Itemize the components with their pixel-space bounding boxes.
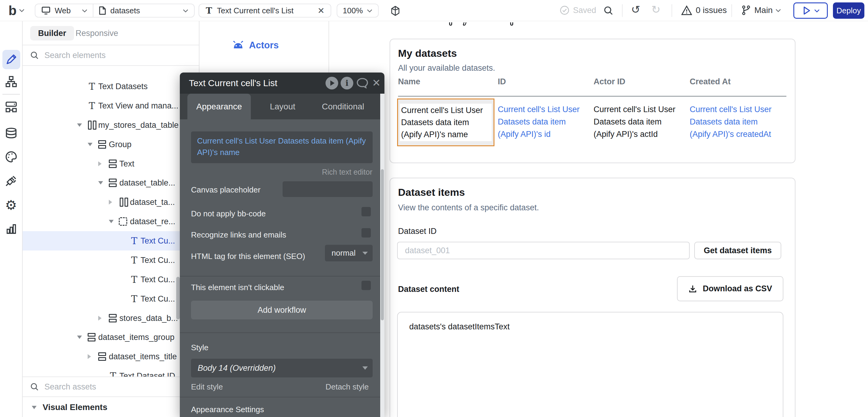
caret-down-icon[interactable] [109, 220, 114, 223]
tab-layout-label: Layout [270, 102, 295, 111]
tree-item[interactable]: Text [23, 154, 199, 173]
run-play-icon[interactable] [326, 77, 338, 90]
open-element-tab[interactable]: T Text Current cell's List ✕ [198, 4, 331, 18]
inspector-scrollbar-thumb[interactable] [381, 169, 384, 320]
group-rows-icon [98, 352, 107, 361]
download-csv-button[interactable]: Download as CSV [677, 276, 783, 301]
caret-right-icon[interactable] [109, 200, 112, 204]
tree-item[interactable]: my_stores_data_table [23, 116, 199, 135]
rich-text-editor-link[interactable]: Rich text editor [322, 168, 372, 177]
text-element-icon: T [87, 101, 97, 110]
visual-elements-section[interactable]: Visual Elements [23, 398, 199, 417]
device-selector[interactable]: Web [35, 6, 93, 15]
dataset-items-title: Dataset items [398, 187, 465, 198]
tree-item[interactable]: TText Dataset ID [23, 366, 199, 377]
tree-item[interactable]: TText Cu... [23, 251, 199, 270]
caret-right-icon[interactable] [98, 161, 101, 166]
tree-scrollbar-thumb[interactable] [176, 277, 180, 319]
toolbar-divider [732, 4, 732, 17]
search-elements-input[interactable] [44, 51, 171, 60]
tab-conditional[interactable]: Conditional [313, 94, 373, 119]
database-icon[interactable] [5, 127, 18, 140]
tree-item[interactable]: TText Cu... [23, 231, 199, 251]
tab-appearance[interactable]: Appearance [187, 94, 251, 119]
table-cell[interactable]: Current cell's List User Datasets data i… [397, 98, 494, 146]
table-cell[interactable]: Current cell's List User Datasets data i… [690, 98, 784, 146]
caret-right-icon[interactable] [98, 316, 101, 321]
rich-text-value-box[interactable]: Current cell's List User Datasets data i… [191, 131, 373, 163]
tree-item[interactable]: Group [23, 135, 199, 154]
detach-style-link[interactable]: Detach style [326, 382, 369, 392]
bb-code-checkbox[interactable] [362, 207, 371, 216]
deploy-button[interactable]: Deploy [833, 2, 864, 19]
plugins-plug-icon[interactable] [5, 174, 18, 187]
close-tab-icon[interactable]: ✕ [318, 6, 324, 16]
settings-gear-icon[interactable]: ⚙ [5, 197, 17, 213]
tree-item[interactable]: TText Cu... [23, 270, 199, 289]
logo-chevron-icon[interactable] [19, 7, 25, 12]
tree-item[interactable]: stores_data_b... [23, 309, 199, 328]
tab-responsive-label: Responsive [75, 29, 118, 38]
tree-item[interactable]: TText Datasets [23, 77, 199, 96]
tab-builder[interactable]: Builder [30, 26, 74, 40]
style-value: Body 14 (Overridden) [198, 363, 276, 373]
tree-item[interactable]: dataset_re... [23, 212, 199, 231]
edit-style-link[interactable]: Edit style [191, 382, 223, 392]
undo-icon[interactable]: ↺ [631, 4, 640, 15]
page-icon [99, 6, 106, 15]
info-icon[interactable]: i [341, 77, 353, 90]
recognize-links-checkbox[interactable] [362, 228, 371, 237]
component-cube-icon[interactable] [390, 5, 401, 16]
styles-palette-icon[interactable] [5, 151, 18, 163]
tree-item[interactable]: TText View and mana... [23, 96, 199, 116]
text-element-icon: T [129, 294, 139, 303]
caret-down-icon[interactable] [77, 336, 82, 339]
property-inspector[interactable]: Text Current cell's List i ✕ Appearance … [180, 72, 384, 417]
inspector-scrollbar[interactable] [380, 94, 384, 417]
style-dropdown[interactable]: Body 14 (Overridden) [191, 359, 373, 377]
bubble-logo[interactable]: b [8, 3, 17, 18]
tree-item[interactable]: dataset_items_title [23, 347, 199, 366]
caret-down-icon[interactable] [88, 142, 92, 146]
workflow-sitemap-icon[interactable] [5, 75, 17, 88]
issues-indicator[interactable]: 0 issues [681, 5, 727, 15]
add-workflow-button[interactable]: Add workflow [191, 301, 373, 319]
preview-button[interactable] [793, 2, 828, 19]
clipped-text-fragment [510, 22, 513, 26]
html-tag-dropdown[interactable]: normal [325, 245, 373, 261]
dataset-id-input[interactable] [397, 242, 690, 259]
tree-item-label: Text Cu... [141, 255, 175, 265]
not-clickable-checkbox[interactable] [362, 281, 371, 290]
tree-item[interactable]: TText Cu... [23, 289, 199, 309]
tree-item[interactable]: dataset_items_group [23, 327, 199, 347]
tree-item-label: Text Cu... [141, 275, 175, 284]
page-nav-actors[interactable]: Actors [232, 40, 279, 51]
zoom-selector[interactable]: 100% [337, 4, 379, 18]
backend-workflows-icon[interactable] [5, 101, 18, 113]
table-cell[interactable]: Current cell's List User Datasets data i… [498, 98, 594, 146]
comment-bubble-icon[interactable] [356, 77, 368, 89]
caret-down-icon[interactable] [98, 181, 103, 185]
tree-item[interactable]: dataset_ta... [23, 192, 199, 212]
tree-item[interactable]: dataset_table... [23, 173, 199, 192]
redo-icon[interactable]: ↻ [651, 4, 660, 15]
close-panel-icon[interactable]: ✕ [372, 77, 381, 89]
canvas-placeholder-input[interactable] [283, 181, 373, 197]
logs-chart-icon[interactable] [5, 223, 17, 235]
design-pencil-icon[interactable] [5, 54, 17, 66]
tab-responsive[interactable]: Responsive [75, 26, 118, 40]
tab-layout[interactable]: Layout [252, 94, 313, 119]
branch-selector[interactable]: Main [741, 5, 780, 15]
page-selector[interactable]: datasets [93, 6, 194, 15]
search-icon[interactable] [603, 5, 614, 16]
caret-right-icon[interactable] [88, 354, 91, 359]
search-assets-input[interactable] [44, 382, 171, 392]
download-csv-label: Download as CSV [703, 284, 772, 293]
table-cell[interactable]: Current cell's List User Datasets data i… [594, 98, 690, 146]
get-dataset-items-button[interactable]: Get dataset items [694, 242, 781, 259]
tab-appearance-label: Appearance [196, 102, 242, 111]
tree-item-label: Text Datasets [98, 82, 148, 91]
inspector-header[interactable]: Text Current cell's List i ✕ [180, 72, 384, 94]
caret-down-icon[interactable] [77, 123, 82, 127]
inspector-body: Current cell's List User Datasets data i… [180, 119, 384, 417]
